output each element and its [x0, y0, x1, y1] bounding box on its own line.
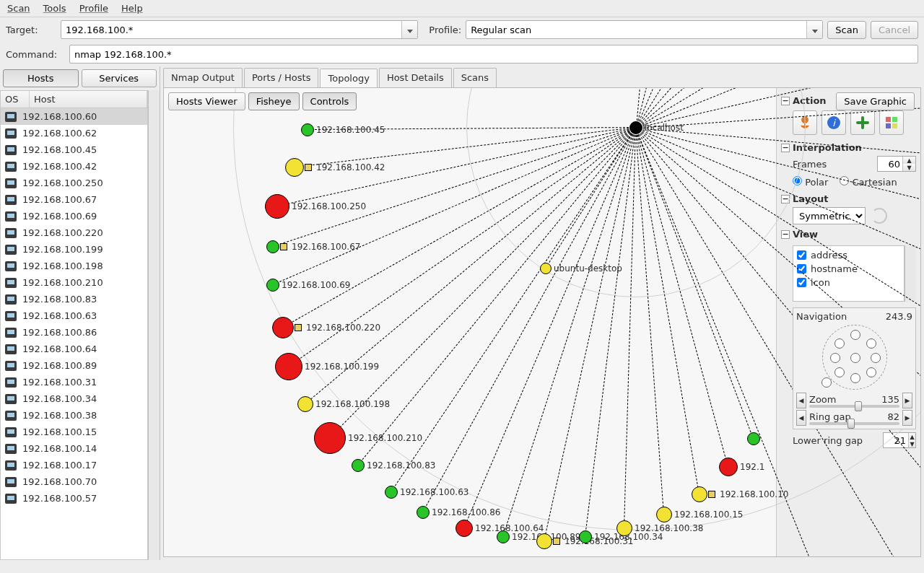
host-row[interactable]: 192.168.100.42 [1, 158, 147, 175]
host-row[interactable]: 192.168.100.86 [1, 324, 147, 341]
host-row[interactable]: 192.168.100.210 [1, 274, 147, 291]
command-input[interactable] [69, 45, 918, 64]
cancel-button: Cancel [871, 21, 918, 39]
topology-node[interactable]: 192.168.100.63 [385, 486, 398, 499]
target-dropdown-icon[interactable] [401, 21, 417, 38]
center-node[interactable]: localhost [629, 121, 642, 134]
topology-node[interactable]: 192.168.100.250 [265, 194, 289, 219]
hosts-toggle-button[interactable]: Hosts [3, 69, 79, 87]
node-label: localhost [645, 123, 684, 133]
topology-node[interactable]: 192.168.100.198 [297, 396, 313, 412]
ring-right-icon[interactable]: ▶ [902, 410, 912, 426]
host-row[interactable]: 192.168.100.63 [1, 307, 147, 324]
topology-node[interactable]: 192.168.100.220 [272, 317, 294, 338]
os-icon [5, 278, 17, 288]
topology-node[interactable]: 192.168.100.34 [579, 530, 592, 543]
zoom-slider[interactable] [809, 405, 899, 408]
menu-scan[interactable]: Scan [7, 3, 30, 14]
ring-left-icon[interactable]: ◀ [796, 410, 806, 426]
topology-node[interactable]: 192.168.100.42 [285, 158, 304, 177]
host-ip: 192.168.100.63 [22, 310, 97, 321]
lock-icon [553, 538, 560, 545]
topology-node[interactable]: 192.168.100.31 [536, 533, 552, 549]
host-row[interactable]: 192.168.100.198 [1, 258, 147, 274]
ring-slider[interactable] [809, 422, 899, 425]
topology-node[interactable]: 192.168.100.67 [266, 240, 279, 253]
host-row[interactable]: 192.168.100.89 [1, 357, 147, 374]
host-row[interactable]: 192.168.100.250 [1, 175, 147, 191]
host-row[interactable]: 192.168.100.14 [1, 440, 147, 457]
target-input[interactable] [61, 21, 401, 38]
topology-node[interactable]: 192.168.100.83 [352, 459, 365, 472]
host-row[interactable]: 192.168.100.70 [1, 473, 147, 490]
host-row[interactable]: 192.168.100.83 [1, 291, 147, 307]
host-row[interactable]: 192.168.100.17 [1, 457, 147, 473]
node-label: 192.168.100.198 [315, 399, 390, 409]
host-row[interactable]: 192.168.100.67 [1, 191, 147, 208]
topology-node[interactable]: 192.168.100.210 [314, 422, 346, 454]
target-combo[interactable] [61, 20, 418, 39]
tab-scans[interactable]: Scans [453, 68, 497, 87]
topology-node[interactable]: 192.168.100.45 [301, 123, 314, 136]
host-row[interactable]: 192.168.100.220 [1, 224, 147, 241]
host-row[interactable]: 192.168.100.45 [1, 141, 147, 158]
menu-profile[interactable]: Profile [79, 3, 108, 14]
node-label: 192.168.100.69 [282, 280, 350, 290]
topology-canvas[interactable]: localhostubuntu-desktop192.168.100.45192… [164, 88, 776, 556]
host-row[interactable]: 192.168.100.34 [1, 390, 147, 407]
host-row[interactable]: 192.168.100.199 [1, 241, 147, 258]
target-label: Target: [6, 25, 56, 35]
lock-icon [295, 324, 302, 331]
topology-node[interactable]: 192.168.100.10 [692, 486, 707, 502]
fisheye-button[interactable]: Fisheye [248, 92, 300, 110]
menu-tools[interactable]: Tools [43, 3, 66, 14]
os-icon [5, 178, 17, 188]
host-ip: 192.168.100.57 [22, 493, 97, 504]
topology-node[interactable] [747, 432, 760, 445]
topology-node[interactable]: 192.168.100.199 [275, 353, 302, 380]
scan-button[interactable]: Scan [827, 21, 866, 39]
node-label: 192.168.100.220 [306, 323, 380, 333]
menu-help[interactable]: Help [121, 3, 143, 14]
col-host[interactable]: Host [30, 91, 147, 108]
topology-node[interactable]: 192.1 [719, 458, 738, 476]
host-ip: 192.168.100.67 [22, 194, 97, 205]
node-label: 192.168.100.86 [432, 507, 500, 517]
host-row[interactable]: 192.168.100.62 [1, 125, 147, 141]
profile-input[interactable] [466, 21, 806, 38]
sidebar-scrollbar[interactable] [148, 90, 160, 560]
zoom-right-icon[interactable]: ▶ [902, 393, 912, 408]
tab-nmap-output[interactable]: Nmap Output [163, 68, 243, 87]
target-row: Target: Profile: Scan Cancel [0, 17, 924, 42]
topology-node[interactable]: 192.168.100.64 [456, 520, 473, 537]
profile-dropdown-icon[interactable] [806, 21, 822, 38]
zoom-row: ◀ Zoom135 ▶ [796, 393, 912, 408]
topology-node[interactable]: 192.168.100.89 [497, 530, 510, 543]
host-row[interactable]: 192.168.100.15 [1, 424, 147, 440]
services-toggle-button[interactable]: Services [82, 69, 157, 87]
topology-node[interactable]: ubuntu-desktop [540, 263, 552, 274]
tab-topology[interactable]: Topology [320, 69, 377, 88]
hosts-viewer-button[interactable]: Hosts Viewer [168, 92, 245, 110]
host-row[interactable]: 192.168.100.69 [1, 208, 147, 224]
topology-node[interactable]: 192.168.100.15 [656, 507, 672, 522]
host-row[interactable]: 192.168.100.60 [1, 108, 147, 125]
zoom-left-icon[interactable]: ◀ [796, 393, 806, 408]
tab-ports-hosts[interactable]: Ports / Hosts [244, 68, 319, 87]
nav-compass[interactable] [822, 325, 887, 390]
topology-node[interactable]: 192.168.100.86 [417, 506, 430, 519]
col-os[interactable]: OS [1, 91, 30, 108]
save-graphic-button[interactable]: Save Graphic [836, 92, 915, 110]
topology-node[interactable]: 192.168.100.69 [266, 279, 279, 292]
os-icon [5, 494, 17, 504]
host-list[interactable]: 192.168.100.60192.168.100.62192.168.100.… [0, 108, 148, 560]
host-ip: 192.168.100.45 [22, 144, 97, 155]
host-row[interactable]: 192.168.100.31 [1, 374, 147, 390]
host-row[interactable]: 192.168.100.57 [1, 490, 147, 507]
host-row[interactable]: 192.168.100.38 [1, 407, 147, 424]
controls-button[interactable]: Controls [302, 92, 357, 110]
profile-combo[interactable] [466, 20, 823, 39]
host-row[interactable]: 192.168.100.64 [1, 341, 147, 357]
tab-host-details[interactable]: Host Details [379, 68, 452, 87]
topology-node[interactable]: 192.168.100.38 [616, 520, 632, 536]
